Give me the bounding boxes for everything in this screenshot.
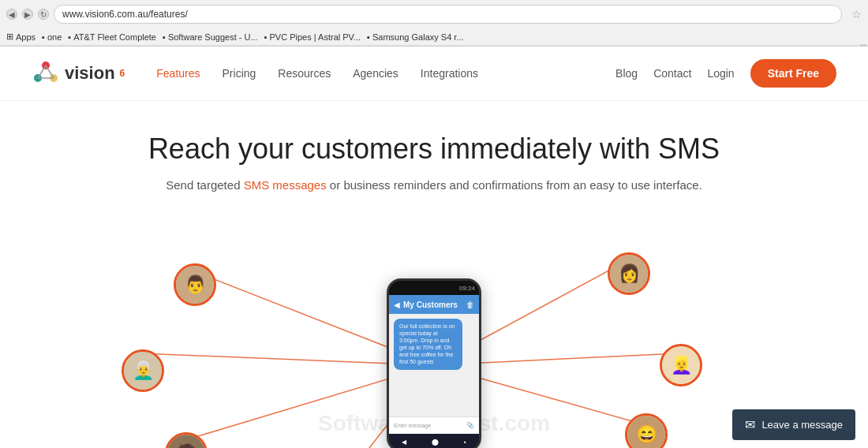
hero-subtitle: Send targeted SMS messages or business r… [32, 178, 836, 192]
nav-blog[interactable]: Blog [615, 67, 638, 80]
nav-resources[interactable]: Resources [278, 67, 331, 80]
nav-integrations[interactable]: Integrations [421, 67, 478, 80]
phone-home-icon: ⬤ [432, 439, 439, 446]
pvc-icon: ▪ [264, 32, 268, 42]
hero-section: Reach your customers immediately with SM… [0, 101, 868, 231]
phone-back-nav-icon: ◀ [402, 439, 406, 446]
browser-chrome: ◀ ▶ ↻ www.vision6.com.au/features/ ☆ ⊞ A… [0, 0, 868, 47]
avatar-3: 🧑 [165, 432, 208, 448]
message-icon: ✉ [745, 417, 755, 432]
phone-input-bar: Enter message 📎 [389, 416, 479, 434]
logo-sup: 6 [120, 68, 125, 79]
url-bar[interactable]: www.vision6.com.au/features/ [54, 5, 842, 24]
phone-status-bar: 09:24 [389, 281, 479, 295]
bookmark-pvc[interactable]: ▪ PVC Pipes | Astral PV... [264, 32, 361, 42]
phone-device: 09:24 ◀ My Customers 🗑 Our full collecti… [387, 278, 481, 448]
sms-messages-link[interactable]: SMS messages [244, 178, 327, 192]
nav-features[interactable]: Features [156, 67, 200, 80]
hero-subtitle-before: Send targeted [166, 178, 243, 192]
nav-login[interactable]: Login [707, 67, 734, 80]
logo[interactable]: vision6 [32, 59, 125, 88]
svg-line-3 [38, 65, 46, 78]
avatar-face-1: 👨 [176, 266, 214, 304]
bookmark-softwaresuggest[interactable]: ▪ Software Suggest - U... [163, 32, 258, 42]
navigation: vision6 Features Pricing Resources Agenc… [0, 47, 868, 101]
bookmarks-bar: ⊞ Apps ▪ one ▪ AT&T Fleet Complete ▪ Sof… [0, 28, 868, 46]
bookmark-att[interactable]: ▪ AT&T Fleet Complete [68, 32, 156, 42]
hero-subtitle-after: or business reminders and confirmations … [327, 178, 702, 192]
avatar-face-3: 🧑 [167, 435, 205, 448]
svg-line-4 [46, 65, 54, 78]
phone-header: ◀ My Customers 🗑 [389, 295, 479, 314]
avatar-6: 👱‍♀️ [660, 344, 702, 386]
nav-agencies[interactable]: Agencies [353, 67, 398, 80]
avatar-5: 👩 [608, 252, 650, 295]
logo-icon [32, 59, 60, 88]
bookmark-one[interactable]: ▪ one [42, 32, 62, 42]
hero-title: Reach your customers immediately with SM… [32, 133, 836, 166]
phone-attach-icon: 📎 [466, 422, 474, 429]
nav-links: Features Pricing Resources Agencies Inte… [156, 67, 615, 80]
avatar-face-2: 👨‍🦳 [124, 352, 162, 390]
phone-time: 09:24 [459, 285, 475, 292]
phone-input-placeholder[interactable]: Enter message [394, 423, 463, 428]
avatar-2: 👨‍🦳 [122, 349, 164, 392]
bookmark-samsung[interactable]: ▪ Samsung Galaxy S4 r... [367, 32, 463, 42]
leave-message-label: Leave a message [761, 419, 843, 431]
phone-messages: Our full collection is on special today … [389, 314, 479, 416]
phone-back-icon: ◀ [394, 301, 400, 309]
avatar-1: 👨 [174, 263, 216, 306]
page-content: vision6 Features Pricing Resources Agenc… [0, 47, 868, 448]
back-button[interactable]: ◀ [6, 9, 17, 20]
forward-button[interactable]: ▶ [22, 9, 33, 20]
url-text: www.vision6.com.au/features/ [62, 9, 188, 20]
one-icon: ▪ [42, 32, 45, 42]
apps-icon: ⊞ [6, 32, 13, 42]
phone-message-bubble: Our full collection is on special today … [394, 319, 462, 370]
bookmark-apps[interactable]: ⊞ Apps [6, 32, 36, 42]
logo-text: vision [65, 63, 115, 84]
start-free-button[interactable]: Start Free [750, 59, 836, 88]
avatar-7: 😄 [625, 413, 668, 448]
samsung-icon: ▪ [367, 32, 370, 42]
nav-right: Blog Contact Login Start Free [615, 59, 836, 88]
phone-header-title: My Customers [403, 301, 463, 309]
bookmark-star-icon[interactable]: ☆ [851, 8, 862, 21]
phone-recent-icon: ▪ [464, 439, 466, 446]
nav-contact[interactable]: Contact [653, 67, 691, 80]
phone-nav-bar: ◀ ⬤ ▪ [389, 434, 479, 448]
leave-message-widget[interactable]: ✉ Leave a message [732, 409, 855, 440]
att-icon: ▪ [68, 32, 71, 42]
avatar-face-7: 😄 [627, 416, 665, 448]
refresh-button[interactable]: ↻ [38, 9, 49, 20]
softwaresuggest-icon: ▪ [163, 32, 166, 42]
avatar-face-5: 👩 [610, 255, 648, 293]
nav-pricing[interactable]: Pricing [223, 67, 256, 80]
browser-toolbar: ◀ ▶ ↻ www.vision6.com.au/features/ ☆ [0, 0, 868, 28]
phone-delete-icon: 🗑 [466, 301, 474, 309]
avatar-face-6: 👱‍♀️ [662, 346, 700, 384]
